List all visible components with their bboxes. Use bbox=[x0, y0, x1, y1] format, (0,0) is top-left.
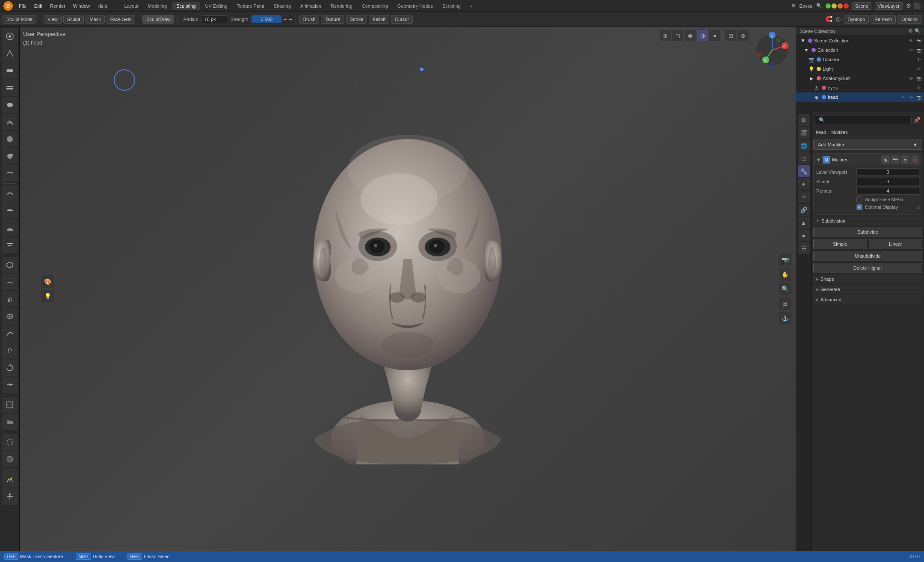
tool-fill[interactable] bbox=[2, 220, 18, 236]
camera-view-icon[interactable]: 📷 bbox=[779, 253, 791, 266]
hand-tool-icon[interactable]: ✋ bbox=[779, 268, 791, 281]
tool-grab[interactable] bbox=[2, 291, 18, 307]
tool-pinch[interactable] bbox=[2, 274, 18, 290]
color-palette-icon[interactable]: 🎨 bbox=[41, 275, 54, 288]
tool-thumb[interactable] bbox=[2, 342, 18, 359]
snap-icon-right[interactable]: ⚓ bbox=[779, 312, 791, 324]
outliner-item-camera[interactable]: 📷 Camera 👁 bbox=[796, 55, 924, 64]
remesh-btn[interactable]: Remesh bbox=[871, 15, 896, 24]
prop-tab-texture[interactable]: ☷ bbox=[798, 242, 810, 254]
anatomy-vis-eye[interactable]: 👁 bbox=[908, 75, 915, 82]
tool-crease[interactable] bbox=[2, 165, 18, 181]
outliner-filter-icon[interactable]: ⚙ bbox=[909, 28, 913, 34]
tool-simplify[interactable] bbox=[2, 434, 18, 450]
tab-scripting[interactable]: Scripting bbox=[438, 2, 465, 10]
prop-tab-material[interactable]: ● bbox=[798, 229, 810, 241]
proportional-icon[interactable]: ◎ bbox=[835, 15, 842, 24]
tab-uv-editing[interactable]: UV Editing bbox=[201, 2, 231, 10]
plus-icon[interactable]: + bbox=[283, 16, 287, 23]
menu-window[interactable]: Window bbox=[70, 3, 93, 9]
collection-icon[interactable]: ⊞ bbox=[779, 297, 791, 310]
cursor-btn[interactable]: Cursor bbox=[391, 15, 413, 24]
coll-vis-render[interactable]: 📷 bbox=[915, 47, 922, 54]
tool-scrape[interactable] bbox=[2, 237, 18, 253]
strength-bar[interactable]: 0.500 bbox=[252, 15, 281, 23]
prop-tab-constraints[interactable]: 🔗 bbox=[798, 204, 810, 216]
prop-tab-world[interactable]: 🌐 bbox=[798, 140, 810, 152]
tab-animation[interactable]: Animation bbox=[296, 2, 326, 10]
tab-geometry-nodes[interactable]: Geometry Nodes bbox=[393, 2, 437, 10]
tool-boundary[interactable] bbox=[2, 397, 18, 413]
dyntopo-btn[interactable]: Dyntopo bbox=[844, 15, 869, 24]
eyes-vis-eye[interactable]: 👁 bbox=[915, 84, 922, 91]
tool-clay-thumb[interactable] bbox=[2, 97, 18, 113]
subdivide-button[interactable]: Subdivide bbox=[813, 227, 922, 237]
mask-menu[interactable]: Mask bbox=[86, 15, 104, 24]
anatomy-vis-render[interactable]: 📷 bbox=[915, 75, 922, 82]
head-vis-eye[interactable]: 👁 bbox=[908, 94, 915, 101]
snap-icon[interactable]: 🧲 bbox=[824, 15, 834, 24]
head-vis-edit[interactable]: ✏ bbox=[900, 94, 907, 101]
sculpt-value[interactable]: 3 bbox=[856, 178, 919, 185]
tool-layer[interactable] bbox=[2, 114, 18, 130]
tool-transform[interactable] bbox=[2, 488, 18, 505]
prop-tab-object[interactable]: ◻ bbox=[798, 152, 810, 164]
tool-annotation[interactable] bbox=[2, 471, 18, 488]
tool-snake-hook[interactable] bbox=[2, 325, 18, 342]
render-value[interactable]: 4 bbox=[856, 187, 919, 195]
outliner-search-icon[interactable]: 🔍 bbox=[915, 28, 921, 34]
tab-plus[interactable]: + bbox=[466, 2, 477, 10]
light-vis-eye[interactable]: 👁 bbox=[915, 65, 922, 72]
tab-shading[interactable]: Shading bbox=[270, 2, 295, 10]
prop-tab-particles[interactable]: ✦ bbox=[798, 178, 810, 190]
tab-modeling[interactable]: Modeling bbox=[144, 2, 172, 10]
advanced-section-header[interactable]: ▶ Advanced bbox=[813, 295, 922, 304]
viewport-shading-solid[interactable]: ◉ bbox=[684, 30, 696, 41]
tab-compositing[interactable]: Compositing bbox=[358, 2, 392, 10]
simple-button[interactable]: Simple bbox=[813, 239, 867, 249]
linear-button[interactable]: Linear bbox=[869, 239, 923, 249]
breadcrumb-head[interactable]: head bbox=[816, 130, 826, 135]
modifier-realtime-toggle[interactable]: ◉ bbox=[881, 155, 890, 164]
unsubdivide-button[interactable]: Unsubdivide bbox=[813, 251, 922, 261]
breadcrumb-multires[interactable]: Multires bbox=[831, 130, 848, 135]
gizmo-toggle[interactable]: ⊕ bbox=[737, 30, 749, 41]
vis-render-icon[interactable]: 📷 bbox=[915, 37, 922, 44]
menu-render[interactable]: Render bbox=[47, 3, 69, 9]
delete-higher-button[interactable]: Delete Higher bbox=[813, 263, 922, 273]
zoom-icon[interactable]: 🔍 bbox=[779, 282, 791, 295]
prop-tab-physics[interactable]: ⚛ bbox=[798, 191, 810, 203]
viewport-shading-wireframe[interactable]: ◻ bbox=[672, 30, 683, 41]
modifier-settings-btn[interactable]: ▼ bbox=[901, 155, 909, 164]
prop-tab-active-tool[interactable]: ⚙ bbox=[798, 114, 810, 126]
minus-icon[interactable]: − bbox=[288, 16, 292, 23]
head-vis-render[interactable]: 📷 bbox=[915, 94, 922, 101]
tab-sculpting[interactable]: Sculpting bbox=[172, 2, 200, 10]
modifier-close-btn[interactable]: ✕ bbox=[911, 155, 919, 164]
outliner-item-eyes[interactable]: ◎ eyes 👁 bbox=[796, 83, 924, 92]
tool-draw[interactable] bbox=[2, 28, 18, 45]
overlay-toggle[interactable]: ⊞ bbox=[725, 30, 736, 41]
shape-section-header[interactable]: ▶ Shape bbox=[813, 275, 922, 283]
mode-dropdown[interactable]: Sculpt Mode bbox=[3, 15, 36, 24]
texture-btn[interactable]: Texture bbox=[321, 15, 344, 24]
outliner-item-light[interactable]: 💡 Light 👁 bbox=[796, 64, 924, 74]
optimal-display-info[interactable]: ℹ bbox=[918, 205, 919, 210]
tab-rendering[interactable]: Rendering bbox=[326, 2, 357, 10]
outliner-item-collection[interactable]: ▼ Collection 👁 📷 bbox=[796, 45, 924, 55]
scene-selector[interactable]: Scene bbox=[852, 2, 871, 10]
coll-vis-eye[interactable]: 👁 bbox=[908, 47, 915, 54]
viewport-shading-material[interactable]: ◑ bbox=[697, 30, 708, 41]
viewlayer-selector[interactable]: ViewLayer bbox=[875, 2, 903, 10]
menu-file[interactable]: File bbox=[15, 3, 30, 9]
tool-inflate[interactable] bbox=[2, 131, 18, 147]
props-search-input[interactable] bbox=[815, 116, 912, 124]
prop-tab-modifier[interactable]: 🔧 bbox=[798, 165, 810, 177]
tool-smooth[interactable] bbox=[2, 185, 18, 202]
search-icon[interactable]: 🔍 bbox=[816, 3, 822, 9]
tool-clay-strips[interactable] bbox=[2, 80, 18, 96]
settings-icon[interactable]: ⚙ bbox=[906, 3, 911, 9]
optimal-display-checkbox[interactable]: ✓ bbox=[856, 204, 862, 210]
prop-tab-data[interactable]: ▲ bbox=[798, 217, 810, 229]
tool-flatten[interactable] bbox=[2, 202, 18, 219]
